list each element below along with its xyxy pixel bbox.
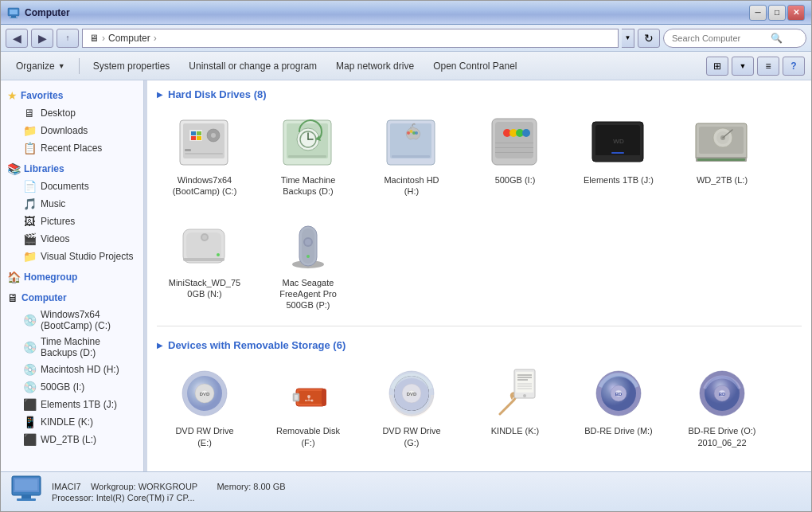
hard-disk-section-title: Hard Disk Drives (8)	[168, 88, 267, 100]
drive-item-dvd-g[interactable]: DVD DVD RW Drive(G:)	[364, 359, 459, 454]
svg-point-94	[523, 394, 526, 397]
toolbar-right: ⊞ ▼ ≡ ?	[706, 57, 805, 76]
drive-item-500gb[interactable]: 500GB (I:)	[467, 108, 563, 203]
view-dropdown-button[interactable]: ▼	[732, 57, 754, 76]
ministack-icon	[173, 217, 236, 274]
hard-disk-collapse-arrow[interactable]: ▶	[157, 90, 163, 99]
libraries-icon: 📚	[7, 162, 21, 175]
libraries-label: Libraries	[24, 163, 64, 174]
organize-button[interactable]: Organize ▼	[7, 55, 74, 77]
svg-point-25	[407, 131, 410, 135]
k-drive-icon: 📱	[23, 416, 36, 428]
sidebar-item-j-drive[interactable]: ⬛ Elements 1TB (J:)	[1, 396, 143, 413]
svg-rect-14	[185, 153, 223, 154]
maximize-button[interactable]: □	[768, 5, 786, 21]
system-properties-button[interactable]: System properties	[84, 55, 179, 77]
uninstall-button[interactable]: Uninstall or change a program	[180, 55, 326, 77]
sidebar-item-k-drive[interactable]: 📱 KINDLE (K:)	[1, 413, 143, 431]
status-computer-icon	[10, 475, 42, 509]
drive-item-time-machine[interactable]: Time MachineBackups (D:)	[260, 108, 356, 203]
sidebar-item-music[interactable]: 🎵 Music	[1, 195, 143, 213]
sidebar-k-drive-label: KINDLE (K:)	[41, 416, 93, 428]
close-button[interactable]: ✕	[787, 5, 805, 21]
favorites-section: ★ Favorites 🖥 Desktop 📁 Downloads 📋 Rece…	[1, 87, 143, 157]
help-button[interactable]: ?	[783, 57, 805, 76]
homegroup-header[interactable]: 🏠 Homegroup	[1, 268, 143, 286]
sidebar-c-drive-label: Windows7x64 (BootCamp) (C:)	[41, 309, 137, 331]
drive-item-elements-1tb[interactable]: WD Elements 1TB (J:)	[571, 108, 666, 203]
dvd-e-icon: DVD	[173, 365, 236, 422]
sidebar-item-videos[interactable]: 🎬 Videos	[1, 230, 143, 248]
removable-collapse-arrow[interactable]: ▶	[157, 341, 163, 350]
sidebar-item-downloads[interactable]: 📁 Downloads	[1, 122, 143, 139]
minimize-button[interactable]: ─	[749, 5, 767, 21]
back-button[interactable]: ◀	[6, 29, 28, 48]
view-options-button[interactable]: ⊞	[706, 57, 728, 76]
sidebar-item-c-drive[interactable]: 💿 Windows7x64 (BootCamp) (C:)	[1, 307, 143, 334]
sidebar-i-drive-label: 500GB (I:)	[41, 381, 84, 393]
section-divider	[157, 326, 802, 326]
vs-projects-icon: 📁	[23, 250, 36, 263]
sidebar-item-pictures[interactable]: 🖼 Pictures	[1, 213, 143, 230]
sidebar: ★ Favorites 🖥 Desktop 📁 Downloads 📋 Rece…	[1, 80, 144, 471]
dvd-e-label: DVD RW Drive(E:)	[175, 425, 233, 448]
search-box[interactable]: 🔍	[663, 29, 806, 48]
sidebar-item-l-drive[interactable]: ⬛ WD_2TB (L:)	[1, 431, 143, 448]
drive-item-kindle-k[interactable]: KINDLE (K:)	[467, 359, 563, 454]
drive-item-bdre-o[interactable]: BD BD-RE Drive (O:)2010_06_22	[674, 359, 770, 454]
drive-item-windows7x64[interactable]: Windows7x64(BootCamp) (C:)	[157, 108, 252, 203]
sidebar-item-desktop[interactable]: 🖥 Desktop	[1, 104, 143, 122]
search-input[interactable]	[672, 33, 767, 43]
svg-point-55	[202, 235, 207, 240]
svg-point-77	[305, 400, 306, 401]
sidebar-item-recent-places[interactable]: 📋 Recent Places	[1, 139, 143, 157]
svg-point-35	[522, 129, 530, 137]
svg-rect-7	[191, 131, 196, 135]
favorites-header[interactable]: ★ Favorites	[1, 87, 143, 104]
i-drive-icon: 💿	[23, 381, 36, 393]
drive-item-dvd-e[interactable]: DVD DVD RW Drive(E:)	[157, 359, 252, 454]
svg-point-28	[415, 131, 418, 135]
sidebar-music-label: Music	[41, 198, 65, 209]
drive-item-removable-f[interactable]: Removable Disk(F:)	[260, 359, 356, 454]
kindle-k-icon	[483, 365, 547, 422]
search-icon: 🔍	[771, 33, 783, 44]
svg-point-78	[311, 400, 314, 402]
sidebar-downloads-label: Downloads	[41, 125, 88, 136]
sidebar-vs-label: Visual Studio Projects	[41, 251, 134, 262]
dvd-g-label: DVD RW Drive(G:)	[382, 425, 440, 448]
sidebar-item-i-drive[interactable]: 💿 500GB (I:)	[1, 378, 143, 396]
svg-rect-109	[17, 498, 36, 501]
homegroup-icon: 🏠	[7, 271, 21, 283]
open-control-panel-button[interactable]: Open Control Panel	[424, 55, 525, 77]
computer-header[interactable]: 🖥 Computer	[1, 289, 143, 307]
sidebar-item-vs-projects[interactable]: 📁 Visual Studio Projects	[1, 248, 143, 265]
map-network-button[interactable]: Map network drive	[327, 55, 423, 77]
sidebar-item-documents[interactable]: 📄 Documents	[1, 178, 143, 195]
time-machine-label: Time MachineBackups (D:)	[281, 174, 336, 197]
details-view-button[interactable]: ≡	[757, 57, 779, 76]
refresh-button[interactable]: ↻	[638, 29, 660, 48]
wd-2tb-label: WD_2TB (L:)	[697, 174, 748, 186]
address-dropdown[interactable]: ▼	[622, 29, 634, 48]
up-button[interactable]: ↑	[57, 29, 79, 48]
address-input[interactable]: 🖥 › Computer ›	[82, 29, 619, 48]
title-bar-controls: ─ □ ✕	[749, 5, 805, 21]
mac-seagate-icon	[276, 217, 340, 274]
drive-item-bdre-m[interactable]: BD BD-RE Drive (M:)	[571, 359, 666, 454]
libraries-header[interactable]: 📚 Libraries	[1, 160, 143, 178]
500gb-label: 500GB (I:)	[495, 174, 536, 186]
sidebar-documents-label: Documents	[41, 181, 89, 192]
sidebar-pictures-label: Pictures	[41, 216, 75, 227]
status-workgroup-value: WORKGROUP	[139, 482, 197, 491]
drive-item-ministack[interactable]: MiniStack_WD_750GB (N:)	[157, 211, 252, 317]
svg-text:BD: BD	[719, 392, 726, 397]
svg-point-63	[306, 255, 310, 258]
drive-item-macintosh-hd[interactable]: Macintosh HD(H:)	[364, 108, 459, 203]
drive-item-mac-seagate[interactable]: Mac SeagateFreeAgent Pro500GB (P:)	[260, 211, 356, 317]
sidebar-item-h-drive[interactable]: 💿 Macintosh HD (H:)	[1, 361, 143, 378]
forward-button[interactable]: ▶	[31, 29, 53, 48]
sidebar-item-d-drive[interactable]: 💿 Time Machine Backups (D:)	[1, 334, 143, 361]
dvd-g-icon: DVD	[380, 365, 443, 422]
drive-item-wd-2tb[interactable]: WD_2TB (L:)	[674, 108, 770, 203]
